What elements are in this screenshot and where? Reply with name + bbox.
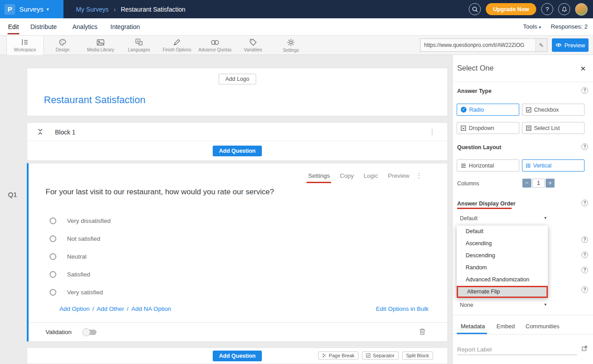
answer-type-checkbox[interactable]: Checkbox <box>522 104 585 116</box>
toolbar-finish-options[interactable]: Finish Options <box>158 36 196 55</box>
answer-type-help-icon[interactable]: ? <box>581 87 588 94</box>
edit-url-button[interactable]: ✎ <box>535 39 547 51</box>
block-card: Block 1 ⋮ Add Question <box>27 122 448 161</box>
app-menu-surveys[interactable]: P Surveys ▾ <box>0 0 63 18</box>
tab-analytics[interactable]: Analytics <box>72 23 97 30</box>
answer-type-select-list[interactable]: Select List <box>522 122 585 134</box>
block-footer-actions: Page Break Separator Split Block <box>318 351 433 360</box>
add-option-link[interactable]: Add Option <box>59 305 90 312</box>
menu-item-descending[interactable]: Descending <box>457 250 548 262</box>
page-break-button[interactable]: Page Break <box>318 351 358 360</box>
menu-item-ascending[interactable]: Ascending <box>457 238 548 250</box>
columns-value[interactable]: 1 <box>532 179 545 188</box>
add-question-button[interactable]: Add Question <box>213 146 262 156</box>
search-button[interactable] <box>469 3 481 15</box>
trash-icon <box>419 328 426 335</box>
hidden-setting-help-icon[interactable]: ? <box>581 267 588 273</box>
question-tab-preview[interactable]: Preview <box>388 172 409 179</box>
toolbar-variables[interactable]: Variables <box>234 36 272 55</box>
finish-options-pen-icon <box>173 38 181 46</box>
report-label-input[interactable] <box>457 344 577 355</box>
add-logo-button[interactable]: Add Logo <box>219 74 256 84</box>
hidden-setting-help-icon[interactable]: ? <box>581 236 588 243</box>
tools-label: Tools <box>523 23 537 30</box>
menu-item-advanced-randomization[interactable]: Advanced Randomization <box>457 274 548 286</box>
block-name[interactable]: Block 1 <box>55 129 76 136</box>
toolbar-media-library[interactable]: Media Library <box>82 36 119 55</box>
breadcrumb-my-surveys[interactable]: My Surveys <box>76 6 109 13</box>
radio-button[interactable] <box>50 235 56 242</box>
option-label[interactable]: Very dissatisfied <box>67 218 111 224</box>
validation-toggle[interactable] <box>83 330 97 335</box>
add-other-link[interactable]: Add Other <box>97 305 124 312</box>
breadcrumb-current-survey: Restaurant Satisfaction <box>121 6 185 13</box>
question-tabs: Settings Copy Logic Preview <box>308 172 409 179</box>
question-layout-help-icon[interactable]: ? <box>581 143 588 150</box>
question-menu-button[interactable]: ⋮ <box>416 172 422 180</box>
option-label[interactable]: Not satisfied <box>67 235 100 242</box>
layout-horizontal[interactable]: Horizontal <box>457 159 519 172</box>
responses-count[interactable]: Responses: 2 <box>551 23 588 30</box>
edit-options-in-bulk-link[interactable]: Edit Options in Bulk <box>376 305 429 312</box>
tab-edit[interactable]: Edit <box>8 23 19 30</box>
gear-icon <box>287 38 295 46</box>
add-question-button-bottom[interactable]: Add Question <box>213 351 262 361</box>
open-external-button[interactable] <box>581 345 588 353</box>
tab-distribute[interactable]: Distribute <box>30 23 57 30</box>
question-tab-settings[interactable]: Settings <box>308 172 330 179</box>
toolbar-languages[interactable]: A Languages <box>120 36 158 55</box>
panel-tab-communities[interactable]: Communities <box>526 323 559 330</box>
upgrade-now-button[interactable]: Upgrade Now <box>486 3 536 15</box>
collapse-block-button[interactable] <box>37 128 43 137</box>
radio-button[interactable] <box>50 253 56 260</box>
columns-decrement-button[interactable]: − <box>522 179 531 188</box>
none-select[interactable]: None ▾ <box>457 300 548 312</box>
question-tab-copy[interactable]: Copy <box>340 172 354 179</box>
hidden-setting-help-icon[interactable]: ? <box>581 286 588 293</box>
select-list-icon <box>526 126 531 131</box>
divider <box>29 322 447 323</box>
question-text[interactable]: For your last visit to our restaurant, h… <box>46 188 274 197</box>
slash-separator: / <box>127 305 129 312</box>
toolbar-advance-quotas[interactable]: Advance Quotas <box>196 36 234 55</box>
question-number: Q1 <box>8 191 17 198</box>
panel-tab-embed[interactable]: Embed <box>496 323 515 330</box>
panel-tab-metadata[interactable]: Metadata <box>461 323 485 330</box>
layout-vertical[interactable]: Vertical <box>522 159 585 172</box>
radio-button[interactable] <box>50 289 56 296</box>
answer-type-radio[interactable]: ✓ Radio <box>457 104 519 116</box>
columns-increment-button[interactable]: + <box>546 179 555 188</box>
option-label[interactable]: Neutral <box>67 253 87 260</box>
radio-button[interactable] <box>50 271 56 278</box>
tools-menu[interactable]: Tools▾ <box>523 23 541 30</box>
notifications-button[interactable] <box>558 3 570 15</box>
close-panel-button[interactable]: ✕ <box>580 65 586 73</box>
survey-title[interactable]: Restaurant Satisfaction <box>44 94 145 106</box>
help-button[interactable]: ? <box>541 3 553 15</box>
answer-display-order-help-icon[interactable]: ? <box>581 200 588 206</box>
slash-separator: / <box>93 305 94 312</box>
add-na-option-link[interactable]: Add NA Option <box>131 305 171 312</box>
page-break-icon <box>322 353 327 358</box>
block-menu-button[interactable]: ⋮ <box>429 127 436 136</box>
toolbar-workspace[interactable]: Workspace <box>6 36 44 55</box>
option-label[interactable]: Very satisfied <box>67 289 103 296</box>
preview-button[interactable]: Preview <box>552 38 589 52</box>
option-label[interactable]: Satisfied <box>67 271 90 278</box>
delete-question-button[interactable] <box>419 328 426 337</box>
menu-item-default[interactable]: Default <box>457 226 548 238</box>
toolbar-settings[interactable]: Settings <box>272 36 310 55</box>
menu-item-random[interactable]: Random <box>457 262 548 274</box>
menu-item-alternate-flip[interactable]: Alternate Flip <box>457 286 548 298</box>
radio-button[interactable] <box>50 218 56 224</box>
question-tab-logic[interactable]: Logic <box>364 172 378 179</box>
tab-integration[interactable]: Integration <box>110 23 140 30</box>
split-block-button[interactable]: Split Block <box>402 351 433 360</box>
toolbar-design[interactable]: Design <box>44 36 81 55</box>
user-avatar[interactable] <box>575 3 588 16</box>
answer-type-dropdown[interactable]: Dropdown <box>457 122 519 134</box>
separator-button[interactable]: Separator <box>362 351 398 360</box>
survey-url-input[interactable] <box>421 42 535 48</box>
answer-display-order-select[interactable]: Default ▾ <box>457 213 548 225</box>
hidden-setting-help-icon[interactable]: ? <box>581 251 588 258</box>
